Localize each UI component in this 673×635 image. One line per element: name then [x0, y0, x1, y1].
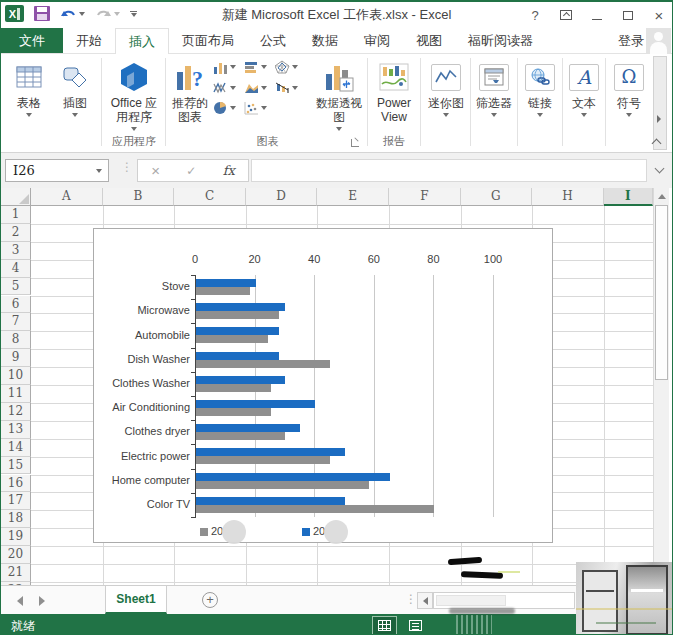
page-layout-view-button[interactable]	[403, 616, 428, 635]
tab-插入[interactable]: 插入	[115, 28, 169, 54]
row-header-13[interactable]: 13	[1, 421, 31, 439]
column-header-H[interactable]: H	[532, 188, 604, 206]
row-header-11[interactable]: 11	[1, 385, 31, 403]
worksheet-grid[interactable]: ABCDEFGHI 123456789101112131415161718192…	[1, 188, 672, 585]
slicers-button[interactable]: 筛选器	[473, 58, 515, 146]
scroll-up-icon[interactable]	[658, 194, 666, 199]
row-header-4[interactable]: 4	[1, 260, 31, 278]
axis-tick	[191, 299, 195, 300]
column-header-F[interactable]: F	[389, 188, 461, 206]
sign-in-link[interactable]: 登录	[618, 28, 644, 54]
sheetbar-divider[interactable]: ⋮	[405, 592, 417, 606]
chart-type-gallery	[213, 60, 311, 122]
links-button[interactable]: 链接	[520, 58, 560, 146]
expand-formula-bar-icon[interactable]	[656, 165, 664, 173]
row-header-17[interactable]: 17	[1, 492, 31, 510]
row-header-16[interactable]: 16	[1, 475, 31, 493]
collapse-ribbon-button[interactable]	[653, 137, 661, 145]
vertical-scroll-thumb[interactable]	[655, 205, 668, 380]
minimize-button[interactable]	[586, 5, 608, 25]
tab-页面布局[interactable]: 页面布局	[169, 28, 247, 53]
sheet-tab-sheet1[interactable]: Sheet1	[105, 586, 167, 614]
row-header-9[interactable]: 9	[1, 349, 31, 367]
tab-视图[interactable]: 视图	[403, 28, 455, 53]
vertical-scrollbar[interactable]	[653, 188, 669, 585]
row-header-18[interactable]: 18	[1, 510, 31, 528]
tab-数据[interactable]: 数据	[299, 28, 351, 53]
illustrations-button[interactable]: 插图	[53, 58, 97, 146]
pie-chart-icon	[213, 101, 228, 115]
bar-series2	[196, 432, 285, 440]
x-axis-tick-label: 80	[413, 253, 453, 265]
column-header-G[interactable]: G	[461, 188, 533, 206]
row-header-21[interactable]: 21	[1, 564, 31, 582]
maximize-button[interactable]	[617, 5, 639, 25]
next-sheet-icon[interactable]	[39, 596, 45, 606]
insert-area-chart-button[interactable]	[244, 81, 271, 94]
tab-公式[interactable]: 公式	[247, 28, 299, 53]
insert-stock-chart-button[interactable]	[275, 81, 302, 94]
group-label-report: 报告	[370, 134, 418, 149]
row-header-6[interactable]: 6	[1, 296, 31, 314]
row-header-7[interactable]: 7	[1, 313, 31, 331]
previous-sheet-icon[interactable]	[17, 596, 23, 606]
row-header-3[interactable]: 3	[1, 242, 31, 260]
tab-file[interactable]: 文件	[1, 28, 63, 53]
column-header-C[interactable]: C	[174, 188, 246, 206]
row-header-14[interactable]: 14	[1, 439, 31, 457]
scroll-left-icon[interactable]	[417, 592, 433, 609]
enter-icon[interactable]: ✓	[186, 164, 196, 178]
column-header-A[interactable]: A	[31, 188, 103, 206]
ribbon-overflow-arrow-icon[interactable]	[657, 112, 661, 126]
row-header-8[interactable]: 8	[1, 331, 31, 349]
cancel-icon[interactable]: ×	[151, 162, 160, 179]
recommended-charts-button[interactable]: ? 推荐的图表	[168, 58, 212, 146]
column-header-E[interactable]: E	[317, 188, 389, 206]
insert-function-icon[interactable]: fx	[223, 163, 235, 178]
charts-dialog-launcher-icon[interactable]	[351, 139, 359, 147]
tab-福昕阅读器[interactable]: 福昕阅读器	[455, 28, 546, 53]
row-header-15[interactable]: 15	[1, 457, 31, 475]
horizontal-scroll-thumb[interactable]	[436, 595, 506, 606]
power-view-button[interactable]: Power View	[370, 58, 418, 146]
column-header-I[interactable]: I	[604, 188, 653, 206]
help-button[interactable]: ?	[524, 5, 546, 25]
legend-swatch	[302, 528, 310, 536]
select-all-corner[interactable]	[1, 188, 31, 206]
insert-radar-chart-button[interactable]	[275, 60, 302, 74]
insert-line-chart-button[interactable]	[213, 81, 240, 94]
insert-scatter-chart-button[interactable]	[244, 101, 271, 115]
tab-开始[interactable]: 开始	[63, 28, 115, 53]
symbols-button[interactable]: Ω 符号	[608, 58, 650, 146]
insert-column-chart-button[interactable]	[213, 60, 240, 74]
formula-input[interactable]	[251, 159, 647, 182]
bar-series1	[196, 497, 345, 505]
text-button[interactable]: A 文本	[565, 58, 603, 146]
new-sheet-button[interactable]: +	[202, 592, 218, 608]
row-header-1[interactable]: 1	[1, 206, 31, 224]
insert-pie-chart-button[interactable]	[213, 101, 240, 115]
tables-button[interactable]: 表格	[7, 58, 51, 146]
insert-bar-chart-button[interactable]	[244, 60, 271, 74]
name-box[interactable]: I26	[5, 159, 109, 182]
chart-object[interactable]: 020406080100StoveMicrowaveAutomobileDish…	[93, 228, 553, 543]
office-apps-button[interactable]: Office 应用程序	[105, 58, 163, 146]
sparklines-button[interactable]: 迷你图	[424, 58, 468, 146]
row-header-10[interactable]: 10	[1, 367, 31, 385]
normal-view-button[interactable]	[372, 616, 397, 635]
row-header-5[interactable]: 5	[1, 278, 31, 296]
row-header-12[interactable]: 12	[1, 403, 31, 421]
ribbon-display-options-button[interactable]	[555, 5, 577, 25]
tab-审阅[interactable]: 审阅	[351, 28, 403, 53]
row-header-19[interactable]: 19	[1, 528, 31, 546]
horizontal-scrollbar[interactable]	[433, 592, 575, 609]
pivotchart-button[interactable]: 数据透视图	[311, 58, 367, 146]
row-header-20[interactable]: 20	[1, 546, 31, 564]
corrupted-image-artifact	[576, 562, 673, 635]
close-button[interactable]: ×	[648, 5, 670, 25]
column-header-B[interactable]: B	[103, 188, 175, 206]
ribbon-scroll-strip[interactable]	[653, 56, 667, 150]
user-avatar[interactable]	[646, 28, 671, 54]
row-header-2[interactable]: 2	[1, 224, 31, 242]
column-header-D[interactable]: D	[246, 188, 318, 206]
